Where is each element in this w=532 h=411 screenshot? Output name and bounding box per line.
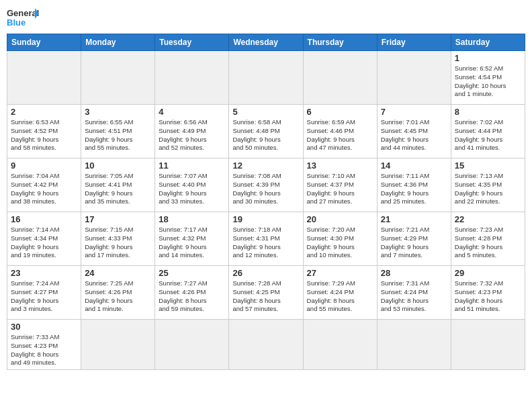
day-info: Sunrise: 6:52 AM Sunset: 4:54 PM Dayligh… [455,64,521,99]
calendar-cell: 19Sunrise: 7:18 AM Sunset: 4:31 PM Dayli… [229,212,303,266]
calendar-cell [303,320,377,370]
weekday-header-monday: Monday [81,34,155,51]
calendar-cell: 17Sunrise: 7:15 AM Sunset: 4:33 PM Dayli… [81,212,155,266]
day-number: 13 [307,161,373,171]
calendar-cell: 22Sunrise: 7:23 AM Sunset: 4:28 PM Dayli… [451,212,525,266]
calendar-cell: 5Sunrise: 6:58 AM Sunset: 4:48 PM Daylig… [229,105,303,158]
day-info: Sunrise: 7:31 AM Sunset: 4:24 PM Dayligh… [381,279,447,314]
day-info: Sunrise: 7:25 AM Sunset: 4:26 PM Dayligh… [85,279,151,314]
calendar-cell [451,320,525,370]
generalblue-logo-icon: General Blue [7,7,40,28]
day-info: Sunrise: 7:10 AM Sunset: 4:37 PM Dayligh… [307,172,373,206]
day-info: Sunrise: 7:11 AM Sunset: 4:36 PM Dayligh… [381,172,447,206]
logo: General Blue [7,7,40,28]
weekday-header-row: SundayMondayTuesdayWednesdayThursdayFrid… [7,34,525,51]
day-number: 22 [455,214,521,224]
day-info: Sunrise: 7:27 AM Sunset: 4:26 PM Dayligh… [159,279,225,314]
calendar-cell: 21Sunrise: 7:21 AM Sunset: 4:29 PM Dayli… [377,212,451,266]
day-info: Sunrise: 7:29 AM Sunset: 4:24 PM Dayligh… [307,279,373,314]
day-number: 1 [455,53,521,63]
calendar-cell: 1Sunrise: 6:52 AM Sunset: 4:54 PM Daylig… [451,51,525,105]
day-info: Sunrise: 6:55 AM Sunset: 4:51 PM Dayligh… [85,118,151,152]
day-number: 15 [455,161,521,171]
calendar-cell: 6Sunrise: 6:59 AM Sunset: 4:46 PM Daylig… [303,105,377,158]
day-number: 28 [381,268,447,278]
calendar-week-row: 30Sunrise: 7:33 AM Sunset: 4:23 PM Dayli… [7,320,525,370]
day-info: Sunrise: 7:17 AM Sunset: 4:32 PM Dayligh… [159,226,225,260]
day-info: Sunrise: 7:05 AM Sunset: 4:41 PM Dayligh… [85,172,151,206]
day-info: Sunrise: 7:20 AM Sunset: 4:30 PM Dayligh… [307,226,373,260]
day-info: Sunrise: 7:21 AM Sunset: 4:29 PM Dayligh… [381,226,447,260]
day-info: Sunrise: 7:32 AM Sunset: 4:23 PM Dayligh… [455,279,521,314]
calendar-cell: 9Sunrise: 7:04 AM Sunset: 4:42 PM Daylig… [7,158,81,212]
calendar-cell: 18Sunrise: 7:17 AM Sunset: 4:32 PM Dayli… [155,212,229,266]
day-number: 6 [307,107,373,117]
calendar-cell: 29Sunrise: 7:32 AM Sunset: 4:23 PM Dayli… [451,266,525,320]
calendar-week-row: 16Sunrise: 7:14 AM Sunset: 4:34 PM Dayli… [7,212,525,266]
day-number: 9 [11,161,77,171]
day-info: Sunrise: 6:56 AM Sunset: 4:49 PM Dayligh… [159,118,225,152]
calendar-cell: 15Sunrise: 7:13 AM Sunset: 4:35 PM Dayli… [451,158,525,212]
day-number: 7 [381,107,447,117]
calendar-week-row: 1Sunrise: 6:52 AM Sunset: 4:54 PM Daylig… [7,51,525,105]
calendar-cell: 8Sunrise: 7:02 AM Sunset: 4:44 PM Daylig… [451,105,525,158]
day-info: Sunrise: 7:14 AM Sunset: 4:34 PM Dayligh… [11,226,77,260]
day-number: 30 [11,322,77,332]
day-number: 18 [159,214,225,224]
day-number: 17 [85,214,151,224]
day-info: Sunrise: 7:28 AM Sunset: 4:25 PM Dayligh… [232,279,299,314]
weekday-header-tuesday: Tuesday [155,34,229,51]
day-info: Sunrise: 7:02 AM Sunset: 4:44 PM Dayligh… [455,118,521,152]
day-info: Sunrise: 7:08 AM Sunset: 4:39 PM Dayligh… [232,172,299,206]
calendar-cell [229,320,303,370]
calendar-cell [377,51,451,105]
weekday-header-sunday: Sunday [7,34,81,51]
day-number: 3 [85,107,151,117]
calendar-cell: 20Sunrise: 7:20 AM Sunset: 4:30 PM Dayli… [303,212,377,266]
calendar-cell [303,51,377,105]
weekday-header-saturday: Saturday [451,34,525,51]
day-info: Sunrise: 7:18 AM Sunset: 4:31 PM Dayligh… [232,226,299,260]
day-number: 10 [85,161,151,171]
day-info: Sunrise: 7:04 AM Sunset: 4:42 PM Dayligh… [11,172,77,206]
day-number: 4 [159,107,225,117]
calendar-cell: 4Sunrise: 6:56 AM Sunset: 4:49 PM Daylig… [155,105,229,158]
day-info: Sunrise: 6:59 AM Sunset: 4:46 PM Dayligh… [307,118,373,152]
calendar-cell: 14Sunrise: 7:11 AM Sunset: 4:36 PM Dayli… [377,158,451,212]
calendar-cell [229,51,303,105]
day-number: 14 [381,161,447,171]
day-number: 27 [307,268,373,278]
svg-text:General: General [7,8,39,18]
calendar-cell [155,320,229,370]
day-number: 16 [11,214,77,224]
day-number: 8 [455,107,521,117]
calendar-cell [81,51,155,105]
day-number: 21 [381,214,447,224]
calendar-cell: 12Sunrise: 7:08 AM Sunset: 4:39 PM Dayli… [229,158,303,212]
calendar-cell: 28Sunrise: 7:31 AM Sunset: 4:24 PM Dayli… [377,266,451,320]
calendar-cell: 7Sunrise: 7:01 AM Sunset: 4:45 PM Daylig… [377,105,451,158]
day-number: 5 [232,107,299,117]
calendar-week-row: 23Sunrise: 7:24 AM Sunset: 4:27 PM Dayli… [7,266,525,320]
calendar-cell: 16Sunrise: 7:14 AM Sunset: 4:34 PM Dayli… [7,212,81,266]
calendar-table: SundayMondayTuesdayWednesdayThursdayFrid… [7,34,525,370]
day-number: 20 [307,214,373,224]
day-number: 24 [85,268,151,278]
day-number: 2 [11,107,77,117]
day-info: Sunrise: 7:13 AM Sunset: 4:35 PM Dayligh… [455,172,521,206]
calendar-cell [377,320,451,370]
calendar-cell [7,51,81,105]
calendar-cell: 24Sunrise: 7:25 AM Sunset: 4:26 PM Dayli… [81,266,155,320]
day-number: 19 [232,214,299,224]
calendar-cell: 10Sunrise: 7:05 AM Sunset: 4:41 PM Dayli… [81,158,155,212]
day-info: Sunrise: 7:01 AM Sunset: 4:45 PM Dayligh… [381,118,447,152]
svg-text:Blue: Blue [7,17,26,28]
calendar-cell: 26Sunrise: 7:28 AM Sunset: 4:25 PM Dayli… [229,266,303,320]
day-info: Sunrise: 7:15 AM Sunset: 4:33 PM Dayligh… [85,226,151,260]
day-number: 26 [232,268,299,278]
weekday-header-friday: Friday [377,34,451,51]
calendar-cell: 23Sunrise: 7:24 AM Sunset: 4:27 PM Dayli… [7,266,81,320]
weekday-header-wednesday: Wednesday [229,34,303,51]
day-info: Sunrise: 6:53 AM Sunset: 4:52 PM Dayligh… [11,118,77,152]
day-info: Sunrise: 7:33 AM Sunset: 4:23 PM Dayligh… [11,333,77,367]
